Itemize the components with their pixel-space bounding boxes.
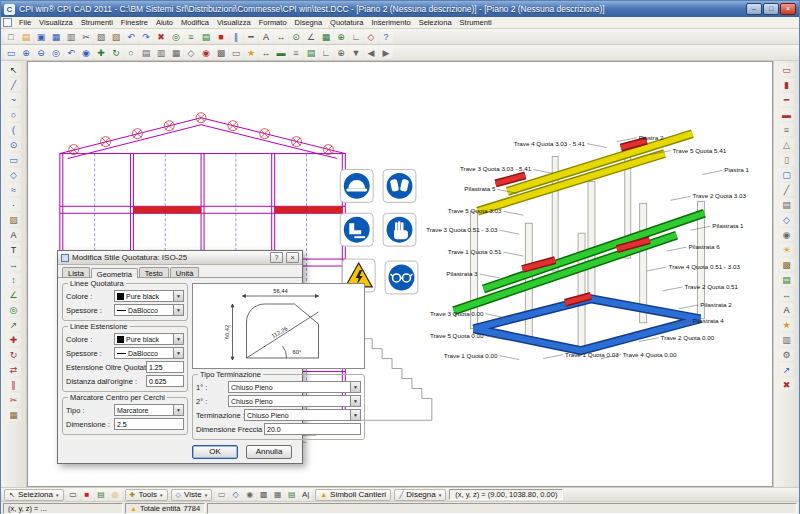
spline-icon[interactable]: ≈ xyxy=(7,183,21,196)
seleziona-dropdown[interactable]: Seleziona xyxy=(4,489,64,501)
annulla-button[interactable]: Annulla xyxy=(246,445,292,459)
pan-icon[interactable]: ✚ xyxy=(94,46,108,59)
terminazione-secondo-combo[interactable]: Chiuso Pieno ▼ xyxy=(228,395,361,407)
colore-estensione-combo[interactable]: Pure black ▼ xyxy=(114,333,184,345)
zoom-window-icon[interactable]: ▭ xyxy=(4,46,18,59)
roof-icon[interactable]: △ xyxy=(780,138,794,151)
colore-quotatura-combo[interactable]: Pure black ▼ xyxy=(114,290,184,302)
menu-quotatura[interactable]: Quotatura xyxy=(326,18,367,27)
block-insert-icon[interactable]: ▦ xyxy=(7,408,21,421)
osnap-icon[interactable]: ◇ xyxy=(364,30,378,43)
pick-layer-icon[interactable]: ▤ xyxy=(95,489,108,501)
distance-icon[interactable]: ↔ xyxy=(259,46,273,59)
tab-testo[interactable]: Testo xyxy=(139,267,169,277)
prev-view-icon[interactable]: ◀ xyxy=(364,46,378,59)
freccia-input[interactable] xyxy=(264,423,361,435)
polygon-icon[interactable]: ◇ xyxy=(7,168,21,181)
linetype-icon[interactable]: ∥ xyxy=(229,30,243,43)
dim-angular-icon[interactable]: ∠ xyxy=(7,288,21,301)
units-icon[interactable]: ∠ xyxy=(304,30,318,43)
mirror-icon[interactable]: ⇄ xyxy=(7,363,21,376)
menu-formato[interactable]: Formato xyxy=(255,18,291,27)
view-side-icon[interactable]: ▦ xyxy=(169,46,183,59)
beam-icon[interactable]: ━ xyxy=(780,93,794,106)
tab-unita[interactable]: Unità xyxy=(170,267,200,277)
list-entities-icon[interactable]: ≡ xyxy=(289,46,303,59)
view-front-icon[interactable]: ▥ xyxy=(154,46,168,59)
shade-view-icon[interactable]: ▩ xyxy=(257,489,270,501)
polyline-icon[interactable]: ~ xyxy=(7,93,21,106)
area-icon[interactable]: ▬ xyxy=(274,46,288,59)
export-icon[interactable]: ↗ xyxy=(780,363,794,376)
rectangle-icon[interactable]: ▭ xyxy=(7,153,21,166)
point-style-icon[interactable]: ⊙ xyxy=(289,30,303,43)
layers-view-icon[interactable]: ▤ xyxy=(304,46,318,59)
menu-finestre[interactable]: Finestre xyxy=(117,18,152,27)
door-icon[interactable]: ▯ xyxy=(780,153,794,166)
shade-icon[interactable]: ▩ xyxy=(214,46,228,59)
menu-file[interactable]: File xyxy=(15,18,35,27)
annotate-icon[interactable]: A xyxy=(780,303,794,316)
sun-icon[interactable]: ☀ xyxy=(780,243,794,256)
save-drawing-icon[interactable]: ▣ xyxy=(34,30,48,43)
help-icon[interactable]: ? xyxy=(379,30,393,43)
lineweight-icon[interactable]: ━ xyxy=(244,30,258,43)
print-icon[interactable]: ▥ xyxy=(64,30,78,43)
symbols-icon[interactable]: ★ xyxy=(780,318,794,331)
zoom-previous-icon[interactable]: ↶ xyxy=(64,46,78,59)
circle-icon[interactable]: ○ xyxy=(7,108,21,121)
undo-icon[interactable]: ↶ xyxy=(124,30,138,43)
world-ucs-icon[interactable]: ⊕ xyxy=(334,46,348,59)
tab-lista[interactable]: Lista xyxy=(62,267,90,277)
orbit-3d-icon[interactable]: ◉ xyxy=(199,46,213,59)
column-icon[interactable]: ▮ xyxy=(780,78,794,91)
next-view-icon[interactable]: ▶ xyxy=(379,46,393,59)
dialog-help-button[interactable] xyxy=(270,252,283,263)
menu-visualizza[interactable]: Visualizza xyxy=(213,18,255,27)
camera-icon[interactable]: ◉ xyxy=(780,228,794,241)
tab-geometria[interactable]: Geometria xyxy=(91,268,138,278)
spessore-quotatura-combo[interactable]: DaBlocco ▼ xyxy=(114,304,184,316)
save-all-icon[interactable]: ▦ xyxy=(49,30,63,43)
stairs-icon[interactable]: ≡ xyxy=(780,123,794,136)
close-panel-icon[interactable]: ✖ xyxy=(780,378,794,391)
open-drawing-icon[interactable]: ▤ xyxy=(19,30,33,43)
section-icon[interactable]: ╱ xyxy=(780,183,794,196)
cut-icon[interactable]: ✂ xyxy=(79,30,93,43)
leader-icon[interactable]: ↗ xyxy=(7,318,21,331)
layer-manager-icon[interactable]: ▤ xyxy=(199,30,213,43)
dim-vertical-icon[interactable]: ↕ xyxy=(7,273,21,286)
layer-color-icon[interactable]: ■ xyxy=(214,30,228,43)
window-element-icon[interactable]: ▢ xyxy=(780,168,794,181)
dim-style-icon[interactable]: ↔ xyxy=(274,30,288,43)
view-3d-icon[interactable]: ◇ xyxy=(780,213,794,226)
walls-icon[interactable]: ▭ xyxy=(780,63,794,76)
redraw-icon[interactable]: ○ xyxy=(124,46,138,59)
view-3d-icon[interactable]: ◇ xyxy=(229,489,242,501)
estensione-input[interactable] xyxy=(146,361,184,373)
close-button[interactable] xyxy=(780,3,796,15)
tipo-marcatore-combo[interactable]: Marcatore ▼ xyxy=(114,404,184,416)
menu-seleziona[interactable]: Seleziona xyxy=(415,18,456,27)
wireframe-icon[interactable]: ▭ xyxy=(229,46,243,59)
regen-icon[interactable]: ↻ xyxy=(109,46,123,59)
minimize-button[interactable] xyxy=(746,3,762,15)
copy-icon[interactable]: ▧ xyxy=(94,30,108,43)
view-top-icon[interactable]: ▤ xyxy=(139,46,153,59)
offset-icon[interactable]: ∥ xyxy=(7,378,21,391)
line-icon[interactable]: ╱ xyxy=(7,78,21,91)
wire-view-icon[interactable]: ▦ xyxy=(271,489,284,501)
measure-icon[interactable]: ↔ xyxy=(780,288,794,301)
ok-button[interactable]: OK xyxy=(192,445,238,459)
ucs-icon[interactable]: ∟ xyxy=(319,46,333,59)
dialog-close-button[interactable] xyxy=(286,252,299,263)
find-icon[interactable]: ◎ xyxy=(169,30,183,43)
zoom-extents-icon[interactable]: ◎ xyxy=(49,46,63,59)
select-fence-icon[interactable]: ▭ xyxy=(67,489,80,501)
properties-icon[interactable]: ≡ xyxy=(184,30,198,43)
dimensione-marcatore-input[interactable] xyxy=(114,418,184,430)
drawing-canvas[interactable]: Trave 4 Quota 3.03 - 5.41Piastra 2Trave … xyxy=(27,61,773,487)
text-icon[interactable]: A xyxy=(7,228,21,241)
layers-view-icon[interactable]: ▤ xyxy=(285,489,298,501)
select-color-icon[interactable]: ■ xyxy=(81,489,94,501)
